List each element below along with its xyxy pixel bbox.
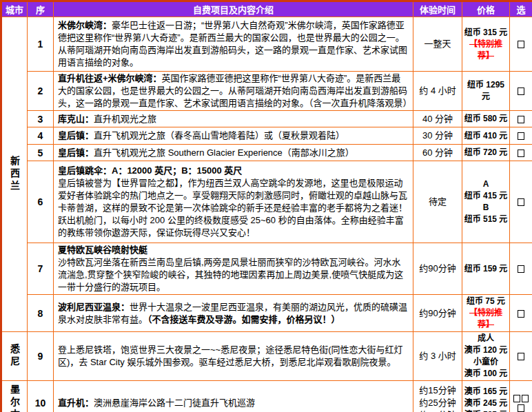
row-number: 7 bbox=[28, 243, 54, 295]
select-cell bbox=[510, 127, 532, 145]
item-description-cell: 登上悉尼铁塔，饱览世界三大夜景之一~~悉尼夜景；途径悉尼特色街(同性恋大街与红灯… bbox=[54, 332, 413, 381]
experience-time-cell: 约15分钟约25分钟约60分钟 bbox=[413, 381, 462, 412]
item-title: 直升机往返+米佛尔峡湾： bbox=[58, 73, 162, 83]
price-line: 纽币 159 元 bbox=[464, 263, 508, 275]
item-text: 直升飞机观光之旅（春冬高山雪地降着陆）或（夏秋景观着陆） bbox=[94, 130, 345, 141]
city-label: 墨尔本 bbox=[1, 381, 28, 412]
time-line: 60 分钟 bbox=[415, 147, 460, 159]
price-line: 澳币 100 元 bbox=[464, 368, 508, 380]
city-label: 悉尼 bbox=[1, 332, 28, 381]
row-number: 1 bbox=[28, 17, 54, 72]
row-number: 8 bbox=[28, 295, 54, 332]
experience-time-cell: 待定 bbox=[413, 161, 462, 243]
select-cell bbox=[510, 111, 532, 127]
price-line: 澳币 245 元 bbox=[464, 398, 508, 409]
table-row: 7夏特欧瓦峡谷喷射快艇沙特欧瓦河坐落在新西兰南岛皇后镇,两旁是风景壮丽而狭窄的沙… bbox=[1, 243, 532, 295]
table-row: 8波利尼西亚温泉：世界十大温泉之一波里尼西亚温泉，有美丽的湖边风光，优质的硫磺温… bbox=[1, 295, 532, 332]
price-line: 澳币 165 元 bbox=[464, 386, 508, 398]
price-line: 纽币 580 元 bbox=[464, 113, 508, 125]
table-body: 新西兰1米佛尔峡湾：豪华巴士往返一日游；“世界第八大自然奇观”米佛尔峡湾，英国作… bbox=[1, 17, 532, 412]
price-cell: 纽币 580 元 bbox=[462, 111, 510, 127]
time-line: 约25分钟 bbox=[415, 397, 460, 409]
checkbox[interactable] bbox=[518, 404, 524, 412]
experience-time-cell: 约 3 小时 bbox=[413, 332, 462, 381]
checkbox[interactable] bbox=[518, 41, 524, 48]
row-number: 5 bbox=[28, 145, 54, 161]
row-number: 9 bbox=[28, 332, 54, 381]
checkbox[interactable] bbox=[518, 87, 524, 95]
price-line: 小童价 bbox=[464, 356, 508, 368]
table-header: 城市 序 自费项目及内容介绍 体验时间 价格 选 bbox=[1, 1, 532, 17]
time-line: 约 3 小时 bbox=[415, 350, 460, 362]
table-row: 6皇后镇跳伞：A：12000 英尺；B：15000 英尺皇后镇被誉为【世界冒险之… bbox=[1, 161, 532, 243]
select-cell bbox=[510, 161, 532, 243]
time-line: 约90分钟 bbox=[415, 307, 460, 320]
item-text: 直升飞机观光之旅 Southern Glacier Experience（南部冰… bbox=[94, 147, 354, 158]
experience-time-cell: 30 分钟 bbox=[413, 127, 462, 145]
select-cell bbox=[510, 295, 532, 332]
special-offer-tag: 【特别推荐】 bbox=[464, 307, 508, 331]
select-cell bbox=[510, 17, 532, 72]
select-cell bbox=[510, 145, 532, 161]
checkbox-line bbox=[511, 131, 531, 141]
checkbox[interactable] bbox=[518, 198, 524, 206]
table-row: 4皇后镇：直升飞机观光之旅（春冬高山雪地降着陆）或（夏秋景观着陆）30 分钟纽币… bbox=[1, 127, 532, 145]
price-cell: 纽币 720 元 bbox=[462, 145, 510, 161]
header-price: 价格 bbox=[462, 1, 510, 17]
price-cell: 纽币 75 元【特别推荐】 bbox=[462, 295, 510, 332]
checkbox-line bbox=[511, 147, 531, 157]
price-line: 纽币 515 元 bbox=[464, 214, 508, 225]
city-label: 新西兰 bbox=[1, 17, 28, 332]
self-funded-items-table: 城市 序 自费项目及内容介绍 体验时间 价格 选 新西兰1米佛尔峡湾：豪华巴士往… bbox=[0, 0, 532, 412]
checkbox[interactable] bbox=[518, 310, 524, 318]
price-line: 纽币 410 元 bbox=[464, 130, 508, 142]
experience-time-cell: 60 分钟 bbox=[413, 145, 462, 161]
item-text: 沙特欧瓦河坐落在新西兰南岛皇后镇,两旁是风景壮丽而狭窄的沙特欧瓦河峡谷。河水水流… bbox=[58, 257, 403, 292]
price-cell: 澳币 165 元澳币 245 元澳币 585 元 bbox=[462, 381, 510, 412]
select-cell bbox=[510, 72, 532, 111]
time-line: 30 分钟 bbox=[415, 130, 460, 142]
checkbox[interactable] bbox=[513, 395, 520, 402]
special-offer-tag: 【特别推荐】 bbox=[464, 39, 508, 62]
price-cell: 纽币 315 元【特别推荐】 bbox=[462, 17, 510, 72]
experience-time-cell: 40 分钟 bbox=[413, 111, 462, 127]
select-cell bbox=[510, 332, 532, 381]
item-title: 波利尼西亚温泉： bbox=[58, 302, 130, 312]
checkbox[interactable] bbox=[518, 150, 524, 157]
item-description-cell: 夏特欧瓦峡谷喷射快艇沙特欧瓦河坐落在新西兰南岛皇后镇,两旁是风景壮丽而狭窄的沙特… bbox=[54, 243, 413, 295]
item-title: 皇后镇跳伞：A：12000 英尺；B：15000 英尺 bbox=[58, 165, 409, 177]
price-cell: A纽币 415 元B纽币 515 元 bbox=[462, 161, 510, 243]
header-num: 序 bbox=[28, 1, 54, 17]
row-number: 3 bbox=[28, 111, 54, 127]
select-cell bbox=[510, 243, 532, 295]
price-line: 纽币 315 元 bbox=[464, 27, 508, 39]
checkbox-line bbox=[511, 351, 531, 361]
checkbox[interactable] bbox=[518, 353, 524, 360]
header-time: 体验时间 bbox=[413, 1, 462, 17]
item-title: 直升机： bbox=[58, 398, 94, 408]
checkbox[interactable] bbox=[518, 265, 524, 273]
checkbox[interactable] bbox=[522, 395, 529, 402]
time-line: 一整天 bbox=[415, 38, 460, 50]
table-row: 5皇后镇：直升飞机观光之旅 Southern Glacier Experienc… bbox=[1, 145, 532, 161]
checkbox-line bbox=[511, 308, 531, 318]
checkbox-line bbox=[511, 197, 531, 207]
item-title: 皇后镇： bbox=[58, 147, 94, 158]
row-number: 2 bbox=[28, 72, 54, 111]
price-line: 澳币 120 元 bbox=[464, 344, 508, 356]
header-row: 城市 序 自费项目及内容介绍 体验时间 价格 选 bbox=[1, 1, 532, 17]
item-title: 库克山： bbox=[58, 114, 94, 124]
item-text: 登上悉尼铁塔，饱览世界三大夜景之一~~悉尼夜景；途径悉尼特色街(同性恋大街与红灯… bbox=[58, 344, 403, 367]
price-line: 纽币 1295 元 bbox=[464, 79, 508, 103]
price-cell: 成人澳币 120 元小童价澳币 100 元 bbox=[462, 332, 510, 381]
checkbox[interactable] bbox=[518, 116, 524, 123]
experience-time-cell: 一整天 bbox=[413, 17, 462, 72]
price-line: B bbox=[464, 202, 508, 214]
checkbox[interactable] bbox=[518, 132, 524, 140]
checkbox-line bbox=[511, 393, 531, 403]
item-description-cell: 直升机：澳洲悬崖海岸公路十二门徒直升飞机巡游 bbox=[54, 381, 413, 412]
item-title: 夏特欧瓦峡谷喷射快艇 bbox=[58, 244, 409, 256]
time-line: 约60分钟 bbox=[415, 409, 460, 412]
experience-time-cell: 约90分钟 bbox=[413, 295, 462, 332]
price-cell: 纽币 159 元 bbox=[462, 243, 510, 295]
